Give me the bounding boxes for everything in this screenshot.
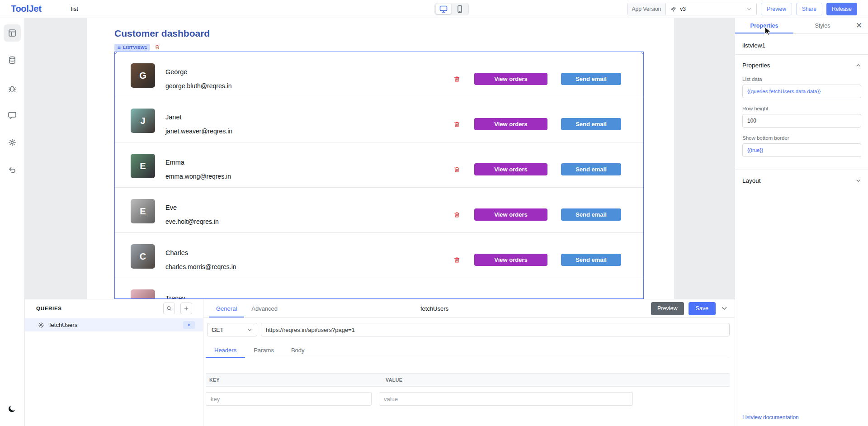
pages-icon[interactable] <box>4 24 21 42</box>
selected-widget-name: listview1 <box>742 42 861 49</box>
divider <box>735 170 868 170</box>
avatar: G <box>131 63 155 88</box>
undo-icon[interactable] <box>4 161 21 179</box>
widget-badge: LISTVIEW1 <box>114 44 150 51</box>
device-toggle <box>434 3 469 15</box>
http-method-select[interactable]: GET <box>207 323 257 336</box>
preview-button[interactable]: Preview <box>761 3 792 15</box>
mobile-view-button[interactable] <box>452 4 467 14</box>
show-bottom-border-input[interactable] <box>742 143 861 157</box>
url-input[interactable] <box>261 323 730 336</box>
settings-icon[interactable] <box>4 134 21 151</box>
view-orders-button[interactable]: View orders <box>474 118 547 130</box>
tab-advanced[interactable]: Advanced <box>244 299 285 317</box>
http-method-value: GET <box>212 327 224 333</box>
database-icon[interactable] <box>4 52 21 69</box>
delete-row-icon[interactable] <box>453 119 462 129</box>
section-properties[interactable]: Properties <box>735 62 868 69</box>
close-icon[interactable]: ✕ <box>854 20 864 31</box>
send-email-button[interactable]: Send email <box>561 208 621 221</box>
query-panel: QUERIES fetchUsers <box>25 299 735 426</box>
section-layout[interactable]: Layout <box>735 177 868 184</box>
query-name: fetchUsers <box>49 322 77 328</box>
tab-params[interactable]: Params <box>245 343 283 358</box>
plus-icon <box>183 305 189 312</box>
field-label-row-height: Row height <box>742 106 861 111</box>
queries-header: QUERIES <box>25 299 203 317</box>
customer-name: Charles <box>165 249 188 256</box>
key-column-header: KEY <box>206 377 379 383</box>
tab-general[interactable]: General <box>209 299 244 317</box>
avatar-initial: J <box>140 116 145 126</box>
left-sidebar <box>0 18 25 426</box>
desktop-icon <box>439 5 448 14</box>
listview-documentation-link[interactable]: Listview documentation <box>742 414 799 421</box>
customer-name: Janet <box>165 114 181 121</box>
listview-widget[interactable]: G George george.bluth@reqres.in View ord… <box>114 52 644 299</box>
request-tabs: Headers Params Body <box>206 343 730 358</box>
version-select[interactable]: v3 <box>666 3 756 15</box>
search-query-button[interactable] <box>163 303 175 314</box>
share-button[interactable]: Share <box>796 3 822 15</box>
field-label-show-bottom-border: Show bottom border <box>742 135 861 141</box>
send-email-button[interactable]: Send email <box>561 254 621 266</box>
customer-name: Eve <box>165 204 177 211</box>
tab-properties[interactable]: Properties <box>735 18 793 33</box>
field-label-list-data: List data <box>742 76 861 82</box>
send-email-button[interactable]: Send email <box>561 163 621 175</box>
add-query-button[interactable] <box>180 303 192 314</box>
delete-row-icon[interactable] <box>453 165 462 175</box>
customer-email: george.bluth@reqres.in <box>165 82 232 90</box>
view-orders-button[interactable]: View orders <box>474 208 547 221</box>
list-data-input[interactable] <box>742 85 861 98</box>
tab-body[interactable]: Body <box>283 343 313 358</box>
app-canvas[interactable]: Customer dashboard LISTVIEW1 G George ge… <box>87 18 674 299</box>
comments-icon[interactable] <box>4 107 21 124</box>
header-value-input[interactable] <box>379 392 633 406</box>
tab-headers[interactable]: Headers <box>206 343 245 358</box>
tab-styles[interactable]: Styles <box>793 18 852 33</box>
query-list-item-fetchusers[interactable]: fetchUsers <box>25 318 203 331</box>
avatar: J <box>131 109 155 133</box>
customer-name: Emma <box>165 159 184 166</box>
resize-handle-top-right[interactable] <box>642 52 644 54</box>
list-item: G George george.bluth@reqres.in View ord… <box>115 52 643 97</box>
inspector-tabs: Properties Styles ✕ <box>735 18 868 34</box>
debugger-icon[interactable] <box>4 80 21 97</box>
desktop-view-button[interactable] <box>436 4 451 14</box>
query-preview-button[interactable]: Preview <box>651 302 684 315</box>
view-orders-button[interactable]: View orders <box>474 163 547 175</box>
avatar-initial: E <box>140 206 146 217</box>
top-header: ToolJet list App Version <box>0 0 868 18</box>
collapse-panel-icon[interactable] <box>720 304 728 312</box>
delete-row-icon[interactable] <box>453 74 462 84</box>
row-height-input[interactable] <box>742 114 861 128</box>
list-item: E Emma emma.wong@reqres.in View orders S… <box>115 142 643 188</box>
view-orders-button[interactable]: View orders <box>474 254 547 266</box>
query-editor-header: General Advanced fetchUsers Preview Save <box>203 299 735 318</box>
widget-delete-icon[interactable] <box>154 44 160 51</box>
divider <box>735 54 868 55</box>
customer-email: janet.weaver@reqres.in <box>165 128 232 135</box>
header-key-input[interactable] <box>206 392 372 406</box>
customer-email: eve.holt@reqres.in <box>165 218 219 225</box>
run-query-icon[interactable] <box>183 321 195 329</box>
moon-icon[interactable] <box>4 400 21 417</box>
tooljet-logo[interactable]: ToolJet <box>11 4 42 14</box>
headers-table-header: KEY VALUE <box>206 373 730 387</box>
send-email-button[interactable]: Send email <box>561 73 621 85</box>
list-icon <box>117 45 121 49</box>
queries-sidebar: QUERIES fetchUsers <box>25 299 203 426</box>
send-email-button[interactable]: Send email <box>561 118 621 130</box>
app-name[interactable]: list <box>71 5 78 12</box>
header-actions: App Version v3 Preview Share Release <box>627 3 857 15</box>
page-title: Customer dashboard <box>114 28 210 39</box>
delete-row-icon[interactable] <box>453 210 462 220</box>
delete-row-icon[interactable] <box>453 255 462 265</box>
view-orders-button[interactable]: View orders <box>474 73 547 85</box>
version-value: v3 <box>680 6 686 12</box>
avatar: E <box>131 154 155 178</box>
query-save-button[interactable]: Save <box>689 302 716 315</box>
release-button[interactable]: Release <box>826 3 857 15</box>
listview-rows: G George george.bluth@reqres.in View ord… <box>115 52 643 299</box>
